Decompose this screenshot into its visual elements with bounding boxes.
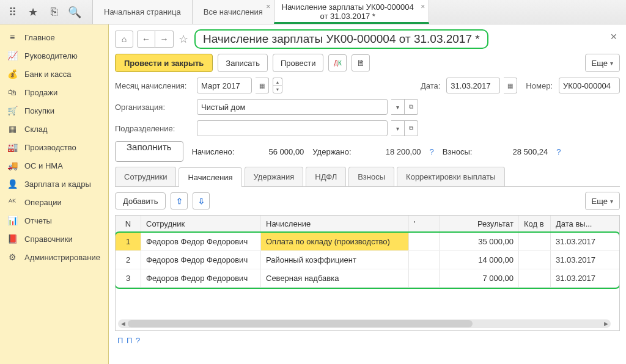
sidebar-item[interactable]: ≡Главное (0, 28, 108, 46)
sidebar-item[interactable]: ▦Склад (0, 120, 108, 138)
number-input[interactable]: УК00-000004 (559, 78, 620, 93)
close-page-icon[interactable]: ✕ (610, 32, 617, 42)
help-icon[interactable]: ? (430, 147, 434, 156)
sidebar-item[interactable]: 🛍Продажи (0, 83, 108, 101)
table-row[interactable]: 3Федоров Федор ФедоровичСеверная надбавк… (116, 269, 619, 288)
header-row: ⌂ ← → ☆ Начисление зарплаты УК00-000004 … (115, 29, 620, 49)
sidebar-item-label: Покупки (24, 106, 54, 115)
org-select[interactable]: Чистый дом (197, 99, 388, 115)
back-button[interactable]: ← (137, 31, 155, 48)
sidebar-item[interactable]: ⚙Администрирование (0, 248, 108, 266)
table-row[interactable]: 1Федоров Федор ФедоровичОплата по окладу… (116, 233, 619, 251)
label-contrib: Взносы: (443, 147, 473, 156)
th-result[interactable]: Результат (440, 216, 519, 232)
inner-tab[interactable]: Удержания (245, 167, 304, 186)
sidebar-item[interactable]: 🚚ОС и НМА (0, 156, 108, 175)
open-ref-icon[interactable]: ⧉ (405, 99, 418, 115)
label-accrued: Начислено: (192, 147, 235, 156)
month-stepper[interactable]: ▲ ▼ (273, 78, 282, 93)
cell-result: 14 000,00 (440, 251, 519, 269)
sidebar-icon: 🏭 (7, 142, 17, 152)
fill-button[interactable]: Заполнить (115, 141, 183, 162)
sidebar-item[interactable]: 🛒Покупки (0, 101, 108, 120)
sidebar-item[interactable]: 🏭Производство (0, 138, 108, 156)
favorite-icon[interactable]: ☆ (177, 33, 190, 45)
value-withheld: 18 200,00 (360, 147, 421, 156)
sidebar-item[interactable]: 📕Справочники (0, 230, 108, 248)
tab-document[interactable]: Начисление зарплаты УК00-000004 от 31.03… (274, 0, 429, 24)
scroll-left-icon[interactable]: ◀ (119, 320, 127, 327)
cell-accrual: Районный коэффициент (261, 251, 409, 269)
month-picker-icon[interactable]: ▦ (256, 78, 269, 93)
tab-home[interactable]: Начальная страница (92, 0, 193, 24)
add-button[interactable]: Добавить (115, 192, 166, 209)
search-icon[interactable]: 🔍 (66, 4, 83, 21)
inner-tab[interactable]: Сотрудники (115, 167, 176, 186)
close-icon[interactable]: ✕ (266, 4, 271, 10)
post-button[interactable]: Провести (273, 54, 324, 72)
move-up-button[interactable]: ⇧ (171, 192, 188, 209)
table: N Сотрудник Начисление ' Результат Код в… (115, 215, 620, 331)
tab-label: Все начисления (204, 7, 263, 16)
scroll-thumb[interactable] (128, 320, 473, 327)
inner-tabs: СотрудникиНачисленияУдержанияНДФЛВзносыК… (115, 167, 620, 187)
history-icon[interactable]: ⎘ (45, 4, 62, 21)
th-employee[interactable]: Сотрудник (141, 216, 261, 232)
chevron-down-icon[interactable]: ▼ (273, 86, 282, 93)
th-n[interactable]: N (116, 216, 141, 232)
more-button[interactable]: Еще (585, 192, 620, 210)
forward-button[interactable]: → (155, 31, 174, 48)
open-ref-icon[interactable]: ⧉ (405, 120, 418, 136)
close-icon[interactable]: ✕ (421, 4, 425, 10)
th-blank[interactable]: ' (409, 216, 440, 232)
inner-tab[interactable]: Взносы (348, 167, 394, 186)
star-icon[interactable]: ★ (24, 4, 42, 21)
sidebar-item[interactable]: 💰Банк и касса (0, 65, 108, 83)
th-code[interactable]: Код в (519, 216, 551, 232)
apps-icon[interactable]: ⠿ (4, 4, 21, 21)
inner-tab[interactable]: Корректировки выплаты (397, 167, 505, 186)
sidebar-item[interactable]: ᴬᴷОперации (0, 193, 108, 211)
date-input[interactable]: 31.03.2017 (446, 78, 500, 93)
more-button[interactable]: Еще (585, 54, 620, 72)
tab-label: Начисление зарплаты УК00-000004 (282, 3, 414, 12)
post-close-button[interactable]: Провести и закрыть (115, 54, 213, 72)
report-button[interactable]: 🗎 (352, 54, 370, 71)
more-label: Еще (592, 59, 608, 68)
dk-button[interactable]: ДК (328, 54, 347, 71)
sidebar-item[interactable]: 📊Отчеты (0, 211, 108, 230)
cell-date: 31.03.2017 (551, 251, 600, 269)
chevron-down-icon[interactable]: ▾ (391, 99, 405, 115)
home-button[interactable]: ⌂ (115, 31, 133, 48)
chevron-up-icon[interactable]: ▲ (273, 78, 282, 86)
cell-n: 3 (116, 269, 141, 287)
horizontal-scrollbar[interactable]: ◀ ▶ (118, 319, 611, 328)
sidebar-item[interactable]: 📈Руководителю (0, 46, 108, 65)
help-icon[interactable]: ? (556, 147, 561, 156)
inner-tab[interactable]: НДФЛ (306, 167, 346, 186)
calendar-icon[interactable]: ▦ (504, 78, 517, 93)
dept-select[interactable] (197, 120, 388, 136)
move-down-button[interactable]: ⇩ (193, 192, 210, 209)
sidebar-icon: ▦ (7, 124, 17, 134)
th-accrual[interactable]: Начисление (261, 216, 409, 232)
label-month: Месяц начисления: (115, 81, 193, 90)
table-row[interactable]: 2Федоров Федор ФедоровичРайонный коэффиц… (116, 251, 619, 269)
tab-label: от 31.03.2017 * (320, 12, 375, 21)
th-date[interactable]: Дата вы... (551, 216, 600, 232)
scroll-right-icon[interactable]: ▶ (602, 320, 609, 327)
cell-blank (409, 269, 440, 287)
tab-all-accruals[interactable]: Все начисления✕ (192, 0, 274, 24)
top-toolbar: ⠿ ★ ⎘ 🔍 Начальная страница Все начислени… (0, 0, 626, 24)
chevron-down-icon[interactable]: ▾ (391, 120, 405, 136)
sidebar-item[interactable]: 👤Зарплата и кадры (0, 175, 108, 193)
sidebar-item-label: Главное (24, 33, 55, 42)
row-month: Месяц начисления: Март 2017 ▦ ▲ ▼ Дата: … (115, 77, 620, 94)
save-button[interactable]: Записать (218, 54, 268, 72)
cell-result: 35 000,00 (440, 233, 519, 250)
cell-n: 2 (116, 251, 141, 269)
sidebar-icon: 📊 (7, 216, 17, 225)
month-input[interactable]: Март 2017 (197, 78, 252, 93)
inner-tab[interactable]: Начисления (179, 167, 241, 187)
sidebar-item-label: Продажи (24, 88, 57, 97)
